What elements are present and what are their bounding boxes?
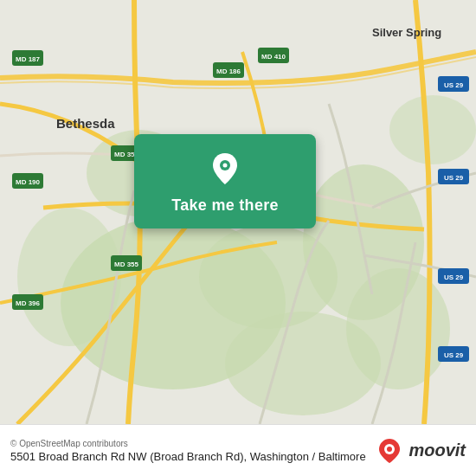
svg-text:MD 355: MD 355 [114, 261, 139, 268]
svg-text:MD 186: MD 186 [216, 68, 241, 75]
svg-point-32 [223, 164, 228, 168]
take-me-there-label: Take me there [171, 196, 279, 215]
svg-point-6 [225, 312, 381, 415]
silver-spring-label: Silver Spring [372, 26, 441, 39]
svg-text:US 29: US 29 [444, 81, 464, 89]
bethesda-label: Bethesda [56, 116, 115, 131]
svg-text:MD 190: MD 190 [16, 178, 41, 186]
svg-text:MD 410: MD 410 [261, 53, 286, 61]
moovit-logo[interactable]: moovit [376, 437, 466, 465]
svg-point-34 [387, 447, 392, 452]
svg-text:MD 396: MD 396 [16, 299, 41, 307]
address-line: 5501 Broad Branch Rd NW (Broad Branch Rd… [10, 450, 366, 463]
bottom-bar: © OpenStreetMap contributors 5501 Broad … [0, 424, 476, 476]
svg-text:US 29: US 29 [444, 174, 464, 182]
take-me-there-card[interactable]: Take me there [134, 134, 316, 228]
svg-text:US 29: US 29 [444, 351, 464, 359]
moovit-text: moovit [408, 441, 466, 460]
bottom-info: © OpenStreetMap contributors 5501 Broad … [10, 439, 366, 463]
svg-text:MD 187: MD 187 [16, 55, 41, 63]
osm-attribution: © OpenStreetMap contributors [10, 439, 366, 448]
location-pin-icon [206, 150, 244, 188]
svg-point-8 [389, 95, 476, 164]
map-container: Bethesda Silver Spring MD 187 MD 410 MD … [0, 0, 476, 424]
moovit-icon [376, 437, 403, 465]
svg-text:US 29: US 29 [444, 273, 464, 281]
